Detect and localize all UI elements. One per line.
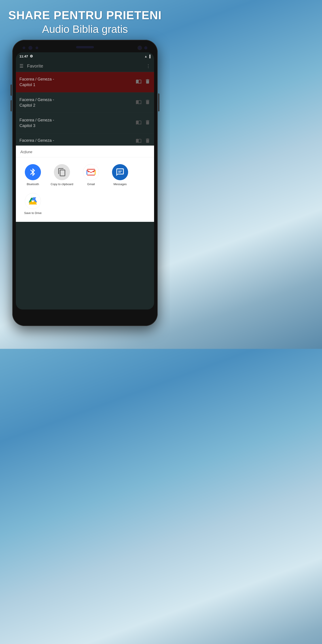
phone-top-left bbox=[22, 46, 38, 50]
power-button bbox=[158, 94, 160, 111]
delete-icon[interactable] bbox=[145, 120, 150, 126]
drive-label: Save to Drive bbox=[24, 211, 42, 215]
share-item-messages[interactable]: Messages bbox=[107, 162, 134, 188]
drive-icon-wrapper bbox=[25, 193, 41, 209]
book-icon[interactable] bbox=[136, 120, 142, 126]
phone-top-right bbox=[138, 46, 147, 50]
list-item-text: Facerea / Geneza -Capitol 2 bbox=[20, 97, 136, 108]
list-item[interactable]: Facerea / Geneza -Capitol 2 bbox=[16, 92, 154, 113]
list-item-actions bbox=[136, 99, 150, 106]
signal-icon: ▲ bbox=[144, 54, 147, 58]
phone-frame: 11:47 ⚙ ▲ ▐ ☰ Favorite ⋮ Facerea / Genez… bbox=[12, 40, 158, 326]
list-item-text: Facerea / Geneza - bbox=[20, 138, 136, 143]
list-item[interactable]: Facerea / Geneza - bbox=[16, 133, 154, 146]
share-item-drive[interactable]: Save to Drive bbox=[20, 191, 46, 217]
svg-rect-0 bbox=[87, 170, 95, 175]
bluetooth-icon bbox=[28, 168, 37, 177]
bluetooth-icon-wrapper bbox=[25, 164, 41, 180]
svg-marker-4 bbox=[29, 203, 37, 204]
phone-screen: 11:47 ⚙ ▲ ▐ ☰ Favorite ⋮ Facerea / Genez… bbox=[16, 52, 154, 310]
status-bar-right: ▲ ▐ bbox=[144, 54, 150, 58]
share-item-gmail[interactable]: Gmail bbox=[78, 162, 104, 188]
status-bar: 11:47 ⚙ ▲ ▐ bbox=[16, 52, 154, 60]
list-item[interactable]: Facerea / Geneza -Capitol 3 bbox=[16, 113, 154, 133]
share-options-grid: Bluetooth Copy to clipboard bbox=[16, 158, 154, 222]
app-bar: ☰ Favorite ⋮ bbox=[16, 60, 154, 72]
clock: 11:47 bbox=[20, 54, 28, 58]
drive-icon bbox=[28, 196, 38, 206]
list-item-actions bbox=[136, 120, 150, 126]
front-sensor bbox=[144, 46, 147, 50]
volume-down-button bbox=[10, 100, 12, 111]
clipboard-icon-wrapper bbox=[54, 164, 70, 180]
header-title-line2: Audio Biblia gratis bbox=[8, 23, 162, 35]
book-icon[interactable] bbox=[136, 78, 142, 86]
list-item-actions bbox=[136, 78, 150, 86]
status-bar-left: 11:47 ⚙ bbox=[20, 54, 33, 58]
battery-icon: ▐ bbox=[148, 54, 150, 58]
delete-icon[interactable] bbox=[145, 138, 150, 145]
favorites-list: Facerea / Geneza -Capitol 1 bbox=[16, 72, 154, 146]
list-item-text: Facerea / Geneza -Capitol 1 bbox=[20, 76, 136, 88]
gear-icon: ⚙ bbox=[30, 54, 33, 58]
bluetooth-label: Bluetooth bbox=[27, 182, 39, 186]
front-camera bbox=[138, 46, 142, 50]
messages-label: Messages bbox=[113, 182, 126, 186]
list-item-actions bbox=[136, 138, 150, 145]
book-icon[interactable] bbox=[136, 99, 142, 106]
dot-3 bbox=[36, 46, 38, 49]
gmail-icon bbox=[86, 167, 96, 177]
bottom-sheet-title: Acțiune bbox=[16, 146, 154, 158]
header-section: SHARE PENTRU PRIETENI Audio Biblia grati… bbox=[4, 0, 166, 40]
book-icon[interactable] bbox=[136, 138, 142, 145]
gmail-icon-wrapper bbox=[83, 164, 99, 180]
messages-icon bbox=[116, 168, 124, 177]
gmail-label: Gmail bbox=[87, 182, 95, 186]
volume-up-button bbox=[10, 84, 12, 96]
header-title-line1: SHARE PENTRU PRIETENI bbox=[8, 9, 162, 22]
dot-1 bbox=[22, 46, 25, 49]
app-bar-title: Favorite bbox=[27, 64, 146, 69]
share-item-clipboard[interactable]: Copy to clipboard bbox=[48, 162, 75, 188]
more-options-icon[interactable]: ⋮ bbox=[146, 63, 150, 69]
list-item[interactable]: Facerea / Geneza -Capitol 1 bbox=[16, 72, 154, 92]
hamburger-menu-icon[interactable]: ☰ bbox=[20, 63, 24, 69]
messages-icon-wrapper bbox=[112, 164, 128, 180]
delete-icon[interactable] bbox=[145, 99, 150, 106]
speaker-grille bbox=[76, 46, 94, 48]
phone-top-bar bbox=[16, 44, 154, 52]
bottom-sheet: Acțiune Bluetooth bbox=[16, 146, 154, 222]
list-item-text: Facerea / Geneza -Capitol 3 bbox=[20, 118, 136, 128]
share-item-bluetooth[interactable]: Bluetooth bbox=[20, 162, 46, 188]
delete-icon[interactable] bbox=[145, 78, 150, 86]
clipboard-label: Copy to clipboard bbox=[50, 182, 73, 186]
clipboard-icon bbox=[58, 168, 66, 177]
dot-2 bbox=[28, 46, 32, 50]
